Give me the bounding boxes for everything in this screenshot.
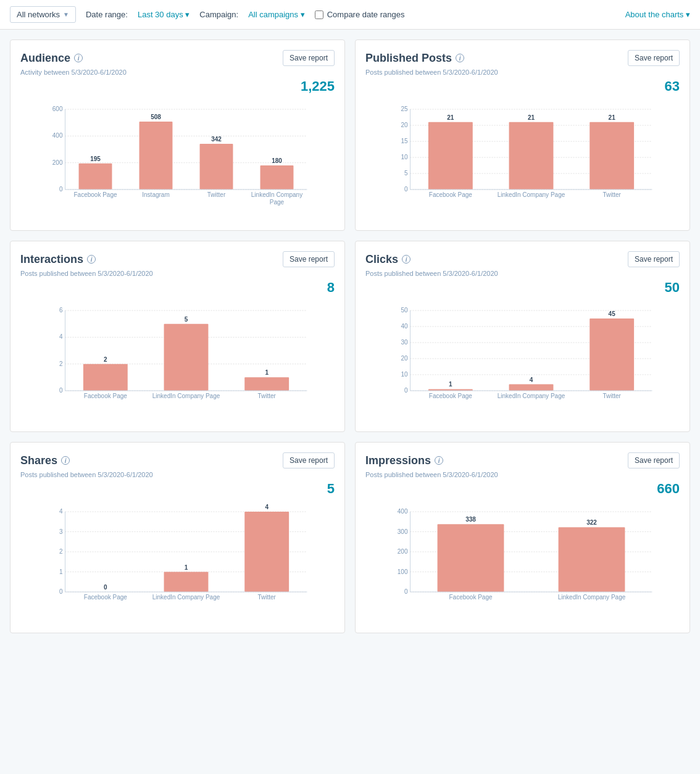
card-title-impressions: Impressions i — [365, 454, 443, 467]
svg-text:400: 400 — [52, 132, 63, 139]
chart-area-published-posts: 051015202521Facebook Page21LinkedIn Comp… — [365, 97, 680, 220]
info-icon-audience[interactable]: i — [74, 54, 83, 62]
svg-text:4: 4 — [265, 504, 269, 510]
top-bar: All networks ▼ Date range: Last 30 days … — [0, 0, 700, 30]
svg-text:200: 200 — [52, 159, 63, 166]
save-report-btn-interactions[interactable]: Save report — [283, 251, 335, 267]
svg-text:200: 200 — [398, 548, 408, 555]
svg-text:342: 342 — [211, 136, 222, 143]
svg-text:508: 508 — [151, 114, 161, 120]
svg-text:2: 2 — [59, 548, 63, 555]
info-icon-shares[interactable]: i — [61, 456, 70, 465]
svg-text:1: 1 — [265, 369, 269, 376]
svg-text:338: 338 — [465, 516, 476, 523]
svg-text:100: 100 — [398, 568, 408, 575]
compare-checkbox[interactable] — [315, 10, 323, 19]
save-report-btn-shares[interactable]: Save report — [283, 452, 335, 468]
compare-label: Compare date ranges — [327, 10, 405, 19]
card-title-published-posts: Published Posts i — [365, 52, 464, 65]
svg-text:20: 20 — [401, 355, 408, 362]
bar-chart-svg: 02462Facebook Page5LinkedIn Company Page… — [20, 298, 335, 422]
svg-text:LinkedIn Company Page: LinkedIn Company Page — [498, 393, 565, 399]
svg-text:5: 5 — [404, 170, 408, 177]
card-header-impressions: Impressions i Save report — [365, 452, 680, 468]
chart-area-audience: 0200400600195Facebook Page508Instagram34… — [20, 97, 335, 220]
card-header-audience: Audience i Save report — [20, 50, 335, 66]
svg-text:Facebook Page: Facebook Page — [449, 594, 492, 601]
svg-text:0: 0 — [104, 584, 107, 591]
svg-text:1: 1 — [449, 381, 452, 388]
svg-rect-56 — [164, 324, 209, 391]
svg-text:21: 21 — [609, 114, 616, 121]
svg-rect-8 — [79, 164, 112, 189]
bar-chart-svg: 0200400600195Facebook Page508Instagram34… — [20, 97, 335, 220]
svg-text:40: 40 — [401, 323, 408, 330]
card-header-published-posts: Published Posts i Save report — [365, 50, 680, 66]
card-interactions: Interactions i Save report Posts publish… — [10, 241, 345, 432]
svg-text:4: 4 — [59, 508, 63, 515]
card-shares: Shares i Save report Posts published bet… — [10, 442, 345, 633]
svg-text:50: 50 — [401, 307, 408, 314]
svg-rect-17 — [260, 165, 294, 189]
card-title-clicks: Clicks i — [365, 253, 410, 266]
info-icon-interactions[interactable]: i — [87, 255, 96, 264]
campaign-label: Campaign: — [199, 10, 238, 19]
svg-text:Twitter: Twitter — [207, 191, 226, 198]
card-total-shares: 5 — [20, 481, 335, 497]
svg-text:Facebook Page: Facebook Page — [84, 393, 127, 399]
info-icon-published-posts[interactable]: i — [456, 54, 464, 62]
networks-dropdown[interactable]: All networks ▼ — [10, 6, 76, 23]
svg-text:15: 15 — [401, 138, 408, 144]
svg-text:0: 0 — [404, 186, 408, 193]
svg-text:400: 400 — [398, 508, 408, 515]
chart-area-interactions: 02462Facebook Page5LinkedIn Company Page… — [20, 298, 335, 422]
svg-text:300: 300 — [398, 528, 408, 535]
about-charts-link[interactable]: About the charts ▾ — [625, 10, 690, 19]
svg-text:0: 0 — [404, 588, 408, 595]
chart-area-impressions: 0100200300400338Facebook Page322LinkedIn… — [365, 499, 680, 623]
svg-text:LinkedIn Company Page: LinkedIn Company Page — [558, 594, 626, 601]
svg-text:Instagram: Instagram — [142, 191, 169, 198]
card-total-interactions: 8 — [20, 280, 335, 296]
card-header-interactions: Interactions i Save report — [20, 251, 335, 267]
campaign-dropdown[interactable]: All campaigns ▾ — [248, 10, 305, 19]
save-report-btn-published-posts[interactable]: Save report — [628, 50, 680, 66]
svg-rect-82 — [590, 318, 634, 391]
info-icon-clicks[interactable]: i — [402, 255, 410, 264]
svg-text:0: 0 — [59, 186, 63, 193]
date-range-dropdown[interactable]: Last 30 days ▾ — [138, 10, 190, 19]
about-charts-section: About the charts ▾ — [625, 10, 690, 19]
svg-text:3: 3 — [59, 528, 63, 535]
save-report-btn-clicks[interactable]: Save report — [628, 251, 680, 267]
card-subtitle-published-posts: Posts published between 5/3/2020-6/1/202… — [365, 69, 680, 76]
svg-text:Twitter: Twitter — [257, 594, 276, 601]
card-subtitle-clicks: Posts published between 5/3/2020-6/1/202… — [365, 270, 680, 277]
svg-rect-40 — [590, 122, 634, 189]
svg-rect-53 — [83, 364, 128, 391]
svg-rect-79 — [509, 385, 554, 391]
main-grid: Audience i Save report Activity between … — [0, 30, 700, 643]
svg-rect-103 — [244, 512, 289, 592]
save-report-btn-audience[interactable]: Save report — [283, 50, 335, 66]
date-range-label: Date range: — [86, 10, 128, 19]
card-subtitle-shares: Posts published between 5/3/2020-6/1/202… — [20, 471, 335, 478]
svg-text:Facebook Page: Facebook Page — [73, 191, 117, 198]
card-clicks: Clicks i Save report Posts published bet… — [355, 241, 690, 432]
chart-area-clicks: 010203040501Facebook Page4LinkedIn Compa… — [365, 298, 680, 422]
svg-text:0: 0 — [59, 588, 63, 595]
svg-rect-100 — [164, 572, 209, 593]
card-header-shares: Shares i Save report — [20, 452, 335, 468]
svg-rect-121 — [559, 527, 625, 592]
card-total-impressions: 660 — [365, 481, 680, 497]
networks-label: All networks — [17, 10, 60, 19]
save-report-btn-impressions[interactable]: Save report — [628, 452, 680, 468]
info-icon-impressions[interactable]: i — [435, 456, 443, 465]
svg-text:2: 2 — [59, 360, 63, 367]
svg-rect-34 — [428, 122, 473, 189]
svg-text:21: 21 — [447, 114, 454, 121]
svg-rect-11 — [140, 122, 173, 189]
svg-text:25: 25 — [401, 106, 408, 112]
card-total-clicks: 50 — [365, 280, 680, 296]
svg-text:4: 4 — [59, 333, 63, 340]
card-audience: Audience i Save report Activity between … — [10, 40, 345, 231]
